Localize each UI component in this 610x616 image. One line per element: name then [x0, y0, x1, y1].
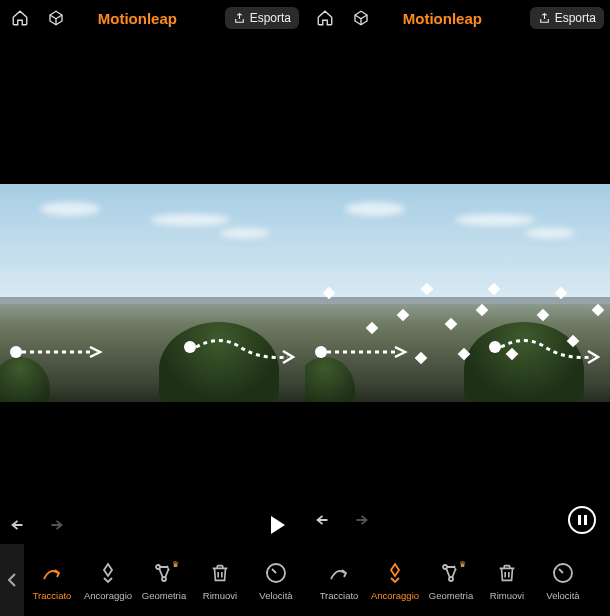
- toolbar-back-button[interactable]: [0, 544, 24, 616]
- undo-button[interactable]: [315, 512, 335, 528]
- anchor-icon: [95, 560, 121, 586]
- tool-tracciato[interactable]: Tracciato: [311, 560, 367, 601]
- export-label: Esporta: [555, 11, 596, 25]
- trash-icon: [494, 560, 520, 586]
- tool-tracciato[interactable]: Tracciato: [24, 560, 80, 601]
- anchor-icon: [382, 560, 408, 586]
- share-icon: [233, 12, 246, 25]
- export-button[interactable]: Esporta: [225, 7, 299, 29]
- tool-geometria[interactable]: ♛ Geometria: [136, 560, 192, 601]
- app-title: Motionleap: [58, 10, 217, 27]
- share-icon: [538, 12, 551, 25]
- header: Motionleap Esporta: [0, 0, 305, 36]
- tool-geometria[interactable]: ♛ Geometria: [423, 560, 479, 601]
- tool-rimuovi[interactable]: Rimuovi: [192, 560, 248, 601]
- speed-icon: [550, 560, 576, 586]
- premium-badge: ♛: [168, 558, 182, 572]
- app-title: Motionleap: [363, 10, 522, 27]
- pause-button[interactable]: [568, 506, 596, 534]
- canvas[interactable]: [305, 36, 610, 420]
- speed-icon: [263, 560, 289, 586]
- path-icon: [326, 560, 352, 586]
- export-label: Esporta: [250, 11, 291, 25]
- home-icon[interactable]: [6, 4, 34, 32]
- tool-velocita[interactable]: Velocità: [248, 560, 304, 601]
- transport-controls: [305, 506, 610, 544]
- redo-button[interactable]: [44, 517, 64, 533]
- export-button[interactable]: Esporta: [530, 7, 604, 29]
- trash-icon: [207, 560, 233, 586]
- premium-badge: ♛: [455, 558, 469, 572]
- bottom-toolbar: Tracciato Ancoraggio ♛ Geometria: [0, 544, 305, 616]
- play-button[interactable]: [271, 516, 285, 534]
- redo-button[interactable]: [349, 512, 369, 528]
- tool-velocita[interactable]: Velocità: [535, 560, 591, 601]
- path-icon: [39, 560, 65, 586]
- canvas[interactable]: [0, 36, 305, 420]
- tool-ancoraggio[interactable]: Ancoraggio: [367, 560, 423, 601]
- bottom-toolbar: Tracciato Ancoraggio ♛ Geometria: [305, 544, 610, 616]
- transport-controls: [0, 516, 305, 544]
- right-panel: Motionleap Esporta: [305, 0, 610, 616]
- left-panel: Motionleap Esporta: [0, 0, 305, 616]
- tool-ancoraggio[interactable]: Ancoraggio: [80, 560, 136, 601]
- header: Motionleap Esporta: [305, 0, 610, 36]
- undo-button[interactable]: [10, 517, 30, 533]
- tool-rimuovi[interactable]: Rimuovi: [479, 560, 535, 601]
- home-icon[interactable]: [311, 4, 339, 32]
